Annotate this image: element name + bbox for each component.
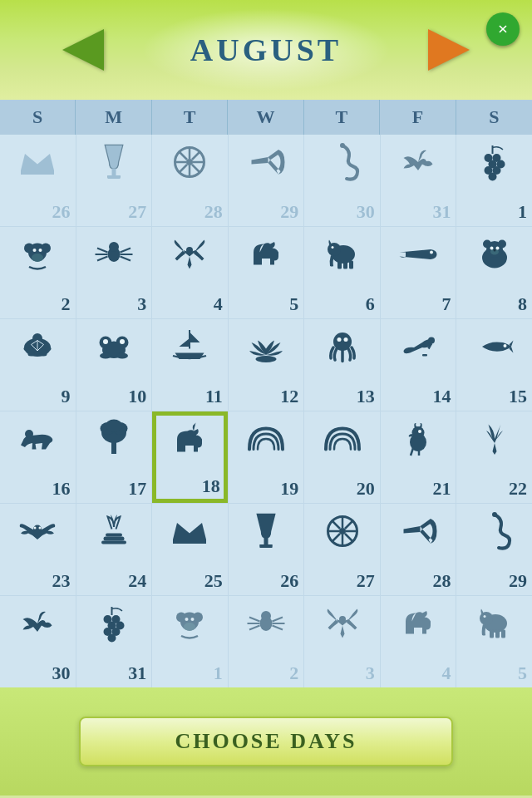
calendar-day-14[interactable]: 9 xyxy=(0,319,76,411)
day-number: 25 xyxy=(204,570,228,592)
calendar-day-1[interactable]: 27 xyxy=(76,135,152,226)
calendar-day-10[interactable]: 5 xyxy=(229,227,304,318)
calendar-day-19[interactable]: 14 xyxy=(381,319,456,411)
day-number: 29 xyxy=(280,201,303,223)
calendar-day-27[interactable]: 22 xyxy=(456,411,532,503)
calendar-day-35[interactable]: 30 xyxy=(0,596,76,687)
choose-days-label: CHOOSE DAYS xyxy=(175,729,357,754)
calendar-day-25[interactable]: 20 xyxy=(304,411,380,503)
calendar-day-4[interactable]: 30 xyxy=(304,135,380,226)
svg-line-11 xyxy=(180,165,188,173)
svg-point-52 xyxy=(24,347,31,351)
snake-icon xyxy=(474,510,515,557)
calendar-day-0[interactable]: 26 xyxy=(0,135,76,226)
calendar-day-2[interactable]: 28 xyxy=(152,135,228,226)
goblet-icon xyxy=(245,510,287,557)
svg-point-41 xyxy=(430,251,433,254)
svg-point-25 xyxy=(39,249,42,252)
svg-point-71 xyxy=(25,430,33,438)
next-month-button[interactable] xyxy=(424,29,474,71)
day-number: 4 xyxy=(441,663,456,684)
calendar-day-7[interactable]: 2 xyxy=(0,227,76,318)
calendar-day-3[interactable]: 29 xyxy=(229,135,304,226)
crown-icon xyxy=(169,510,210,557)
calendar-day-18[interactable]: 13 xyxy=(304,319,380,411)
calendar-day-28[interactable]: 23 xyxy=(0,504,76,595)
choose-days-button[interactable]: CHOOSE DAYS xyxy=(79,717,453,766)
weekday-thu: T xyxy=(304,100,380,135)
calendar-day-5[interactable]: 31 xyxy=(381,135,456,226)
svg-rect-76 xyxy=(111,442,116,454)
day-number: 26 xyxy=(280,570,303,592)
calendar-day-20[interactable]: 15 xyxy=(456,319,532,411)
svg-point-68 xyxy=(428,337,435,344)
dove-icon xyxy=(17,603,58,649)
svg-point-44 xyxy=(483,240,491,249)
calendar-day-37[interactable]: 1 xyxy=(152,596,228,687)
calendar-day-39[interactable]: 3 xyxy=(304,596,380,687)
calendar-day-15[interactable]: 10 xyxy=(76,319,152,411)
calendar-header: × AUGUST xyxy=(0,0,532,100)
weekday-sun: S xyxy=(0,100,76,135)
calendar-day-36[interactable]: 31 xyxy=(76,596,152,687)
wheel-icon xyxy=(169,141,210,188)
day-number: 18 xyxy=(202,475,225,497)
svg-line-117 xyxy=(272,618,283,622)
svg-rect-85 xyxy=(101,541,126,544)
calendar-day-9[interactable]: 4 xyxy=(152,227,228,318)
weekday-mon: M xyxy=(76,100,151,135)
phoenix-icon xyxy=(474,418,515,465)
svg-rect-87 xyxy=(259,544,272,548)
calendar-day-6[interactable]: 1 xyxy=(456,135,532,226)
day-number: 5 xyxy=(518,663,532,684)
calendar-day-24[interactable]: 19 xyxy=(229,411,304,503)
calendar-day-23[interactable]: 18 xyxy=(152,411,228,503)
calendar-day-11[interactable]: 6 xyxy=(304,227,380,318)
weekday-fri: F xyxy=(380,100,456,135)
svg-point-70 xyxy=(503,344,506,347)
swan-icon xyxy=(397,326,439,372)
svg-point-40 xyxy=(331,246,333,249)
calendar-day-38[interactable]: 2 xyxy=(229,596,304,687)
svg-rect-124 xyxy=(495,630,500,638)
dove-icon xyxy=(397,141,439,188)
calendar-day-26[interactable]: 21 xyxy=(381,411,456,503)
calendar-day-31[interactable]: 26 xyxy=(229,504,304,595)
spider-icon xyxy=(245,603,287,649)
calendar-day-13[interactable]: 8 xyxy=(456,227,532,318)
prev-month-button[interactable] xyxy=(58,29,108,71)
calendar-day-32[interactable]: 27 xyxy=(304,504,380,595)
day-number: 29 xyxy=(509,570,532,592)
eagle-icon xyxy=(322,603,363,649)
day-number: 22 xyxy=(509,478,532,500)
close-button[interactable]: × xyxy=(486,12,520,46)
svg-point-53 xyxy=(45,347,52,351)
svg-point-27 xyxy=(109,242,119,252)
calendar-day-22[interactable]: 17 xyxy=(76,411,152,503)
day-number: 16 xyxy=(52,478,76,500)
calendar-day-30[interactable]: 25 xyxy=(152,504,228,595)
calendar-day-33[interactable]: 28 xyxy=(381,504,456,595)
eagle-icon xyxy=(169,234,210,280)
calendar-day-21[interactable]: 16 xyxy=(0,411,76,503)
svg-point-24 xyxy=(33,249,37,252)
day-number: 17 xyxy=(128,478,151,500)
monkey-icon xyxy=(17,234,58,280)
calendar-day-41[interactable]: 5 xyxy=(456,596,532,687)
calendar-day-17[interactable]: 12 xyxy=(229,319,304,411)
day-number: 2 xyxy=(289,663,303,684)
svg-point-23 xyxy=(32,254,43,262)
calendar-day-40[interactable]: 4 xyxy=(381,596,456,687)
calendar-day-16[interactable]: 11 xyxy=(152,319,228,411)
calendar-day-12[interactable]: 7 xyxy=(381,227,456,318)
monkey-icon xyxy=(169,603,210,649)
svg-point-111 xyxy=(191,618,195,621)
calendar-day-34[interactable]: 29 xyxy=(456,504,532,595)
calendar-day-29[interactable]: 24 xyxy=(76,504,152,595)
calendar-day-8[interactable]: 3 xyxy=(76,227,152,318)
svg-point-108 xyxy=(193,613,203,623)
svg-rect-123 xyxy=(490,630,494,638)
fish-icon xyxy=(474,326,515,372)
rainbow2-icon xyxy=(322,418,363,465)
svg-rect-38 xyxy=(343,261,347,269)
